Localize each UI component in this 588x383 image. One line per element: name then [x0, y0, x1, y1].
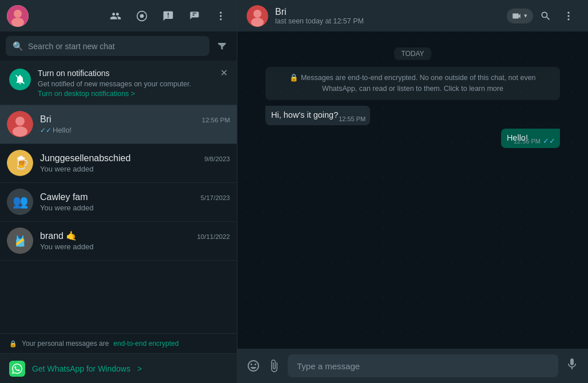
mic-button[interactable] [565, 357, 579, 374]
lock-icon: 🔒 [9, 340, 17, 348]
message-input-wrap[interactable] [288, 354, 558, 377]
message-incoming-1: Hi, how's it going? 12:55 PM [265, 106, 560, 125]
tick-icon: ✓✓ [40, 126, 51, 134]
contact-name: Bri [275, 7, 500, 17]
message-bubble-incoming-1: Hi, how's it going? 12:55 PM [265, 106, 370, 125]
chat-name-brand: brand 🤙 [40, 230, 77, 241]
svg-text:🎽: 🎽 [14, 235, 27, 248]
right-header: Bri last seen today at 12:57 PM ▾ [237, 0, 588, 31]
get-whatsapp-label[interactable]: Get WhatsApp for Windows [32, 364, 130, 373]
svg-text:👥: 👥 [13, 194, 29, 209]
chat-item-junggesellenabschied[interactable]: 🍺 Junggesellenabschied 9/8/2023 You were… [0, 144, 237, 183]
search-bar: 🔍 [0, 31, 237, 61]
chat-info-cawley-fam: Cawley fam 5/17/2023 You were added [40, 192, 230, 212]
message-time-2: 12:56 PM [514, 138, 541, 145]
video-chevron-icon: ▾ [524, 12, 527, 19]
chat-name-bri: Bri [40, 114, 51, 125]
message-meta-1: 12:55 PM [339, 115, 365, 122]
message-bubble-outgoing-1: Hello! 12:56 PM ✓✓ [501, 129, 560, 148]
notification-banner: Turn on notifications Get notified of ne… [0, 61, 237, 105]
chat-time-bri: 12:56 PM [202, 117, 230, 123]
svg-point-2 [11, 18, 24, 27]
search-input[interactable] [28, 42, 202, 51]
get-whatsapp-arrow: > [137, 364, 142, 373]
chat-info-bri: Bri 12:56 PM ✓✓Hello! [40, 114, 230, 134]
right-actions: ▾ [507, 6, 579, 26]
svg-text:🍺: 🍺 [14, 155, 30, 170]
message-outgoing-1: Hello! 12:56 PM ✓✓ [265, 129, 560, 148]
notification-icon [9, 69, 31, 90]
channels-icon[interactable] [159, 7, 177, 25]
svg-point-4 [140, 14, 144, 18]
chat-item-brand[interactable]: 🎽 brand 🤙 10/11/2022 You were added [0, 222, 237, 261]
video-call-button[interactable]: ▾ [507, 9, 533, 23]
search-input-wrap[interactable]: 🔍 [6, 36, 209, 56]
svg-point-20 [251, 18, 264, 27]
svg-point-23 [567, 18, 569, 20]
svg-point-22 [567, 15, 569, 17]
notification-title: Turn on notifications [38, 69, 211, 78]
svg-point-10 [15, 117, 25, 126]
messages-area: Hi, how's it going? 12:55 PM Hello! 12:5… [265, 106, 560, 150]
message-meta-2: 12:56 PM ✓✓ [514, 137, 555, 145]
svg-point-7 [220, 18, 221, 20]
svg-point-21 [567, 11, 569, 13]
chat-name-junggesellenabschied: Junggesellenabschied [40, 153, 130, 163]
e2e-link[interactable]: end-to-end encrypted [113, 340, 178, 348]
chat-avatar-bri [7, 111, 33, 137]
encryption-notice[interactable]: 🔒 Messages are end-to-end encrypted. No … [265, 67, 560, 100]
filter-button[interactable] [213, 37, 231, 55]
right-panel: Bri last seen today at 12:57 PM ▾ TODAY … [237, 0, 588, 383]
notification-close-button[interactable]: ✕ [220, 67, 228, 78]
chat-item-bri[interactable]: Bri 12:56 PM ✓✓Hello! [0, 105, 237, 144]
svg-point-11 [13, 126, 27, 137]
notification-link[interactable]: Turn on desktop notifications > [38, 90, 211, 98]
chat-list: Bri 12:56 PM ✓✓Hello! 🍺 Junggesellenabsc… [0, 105, 237, 334]
footer-text: Your personal messages are [22, 340, 109, 348]
message-input[interactable] [297, 361, 549, 371]
svg-point-1 [14, 10, 22, 18]
notification-subtitle: Get notified of new messages on your com… [38, 79, 211, 90]
left-header [0, 0, 237, 31]
svg-point-5 [220, 11, 221, 13]
user-avatar[interactable] [7, 5, 29, 27]
search-icon: 🔍 [13, 41, 23, 51]
menu-icon[interactable] [212, 7, 230, 25]
chat-avatar-cawley-fam: 👥 [7, 189, 33, 215]
chat-item-cawley-fam[interactable]: 👥 Cawley fam 5/17/2023 You were added [0, 183, 237, 222]
left-footer: 🔒 Your personal messages are end-to-end … [0, 333, 237, 353]
date-badge-text: TODAY [394, 47, 431, 60]
message-time-1: 12:55 PM [339, 115, 365, 122]
chat-time-junggesellenabschied: 9/8/2023 [204, 155, 230, 162]
chat-avatar-brand: 🎽 [7, 228, 33, 254]
chat-messages: TODAY 🔒 Messages are end-to-end encrypte… [237, 31, 588, 349]
chat-preview-junggesellenabschied: You were added [40, 165, 230, 173]
chat-info-brand: brand 🤙 10/11/2022 You were added [40, 230, 230, 251]
chat-info-junggesellenabschied: Junggesellenabschied 9/8/2023 You were a… [40, 153, 230, 173]
chat-avatar-junggesellenabschied: 🍺 [7, 150, 33, 176]
get-whatsapp-bar[interactable]: Get WhatsApp for Windows > [0, 353, 237, 383]
whatsapp-icon [9, 361, 25, 377]
left-panel: 🔍 Turn on notifications Get notified of … [0, 0, 237, 383]
input-bar [237, 349, 588, 383]
message-tick-2: ✓✓ [543, 137, 555, 145]
notification-text: Turn on notifications Get notified of ne… [38, 69, 211, 98]
emoji-button[interactable] [247, 359, 260, 373]
attach-button[interactable] [267, 359, 281, 373]
svg-point-6 [220, 15, 221, 17]
more-options-button[interactable] [558, 6, 579, 26]
svg-point-19 [253, 10, 261, 18]
chat-time-brand: 10/11/2022 [197, 233, 230, 240]
chat-preview-brand: You were added [40, 242, 230, 251]
chat-preview-cawley-fam: You were added [40, 204, 230, 212]
contact-status: last seen today at 12:57 PM [275, 17, 500, 25]
date-badge: TODAY [265, 47, 560, 60]
chat-preview-bri: ✓✓Hello! [40, 126, 230, 134]
new-community-icon[interactable] [106, 7, 125, 25]
search-button[interactable] [535, 6, 556, 26]
contact-avatar[interactable] [247, 5, 268, 27]
status-icon[interactable] [133, 7, 151, 25]
contact-info[interactable]: Bri last seen today at 12:57 PM [275, 7, 500, 25]
chat-time-cawley-fam: 5/17/2023 [201, 194, 230, 201]
new-chat-icon[interactable] [185, 7, 204, 25]
